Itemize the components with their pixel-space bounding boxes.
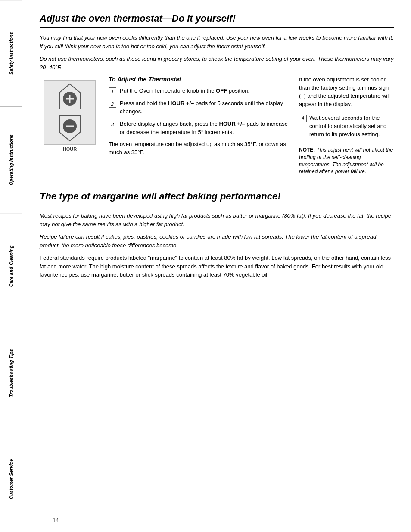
thermostat-right-col: If the oven adjustment is set cooler tha…: [299, 76, 394, 175]
note-label: NOTE:: [299, 147, 315, 153]
section1-intro2: Do not use thermometers, such as those f…: [40, 55, 394, 72]
thermostat-container: HOUR To Adjust the Thermostat 1 Put the …: [40, 76, 394, 175]
step4-number: 4: [299, 115, 307, 122]
knob-image: HOUR: [40, 76, 100, 175]
sidebar-item-care: Care and Cleaning: [0, 213, 22, 319]
section2-para3: Federal standards require products label…: [40, 254, 394, 279]
step3-text: Before display changes back, press the H…: [120, 120, 290, 137]
right-col-para: If the oven adjustment is set cooler tha…: [299, 76, 394, 108]
step2-number: 2: [109, 100, 116, 108]
step4-text: Wait several seconds for the control to …: [309, 114, 394, 139]
step2-text: Press and hold the HOUR +/– pads for 5 s…: [120, 100, 290, 116]
step1-number: 1: [109, 87, 116, 95]
page-number: 14: [53, 517, 59, 523]
section2-para1: Most recipes for baking have been develo…: [40, 212, 394, 228]
section1-intro1: You may find that your new oven cooks di…: [40, 34, 394, 50]
step2: 2 Press and hold the HOUR +/– pads for 5…: [109, 100, 290, 116]
section2: The type of margarine will affect baking…: [40, 191, 394, 279]
sidebar-item-safety: Safety Instructions: [0, 0, 22, 106]
right-col-text: If the oven adjustment is set cooler tha…: [299, 76, 394, 108]
step3: 3 Before display changes back, press the…: [109, 120, 290, 137]
section1-divider: [40, 27, 394, 28]
section2-title: The type of margarine will affect baking…: [40, 191, 394, 202]
note-text: NOTE: This adjustment will not affect th…: [299, 146, 394, 175]
step1-text: Put the Oven Temperature knob in the OFF…: [120, 87, 249, 95]
adjust-note: The oven temperature can be adjusted up …: [109, 140, 290, 157]
step3-number: 3: [109, 121, 116, 128]
section2-divider: [40, 205, 394, 205]
steps-title: To Adjust the Thermostat: [109, 76, 290, 83]
knob-diagram: [44, 80, 96, 145]
step4-row: 4 Wait several seconds for the control t…: [299, 114, 394, 139]
sidebar-item-customer: Customer Service: [0, 426, 22, 532]
thermostat-steps: To Adjust the Thermostat 1 Put the Oven …: [109, 76, 290, 175]
section1-title: Adjust the oven thermostat—Do it yoursel…: [40, 13, 394, 24]
section2-para2: Recipe failure can result if cakes, pies…: [40, 233, 394, 249]
step1: 1 Put the Oven Temperature knob in the O…: [109, 87, 290, 95]
sidebar-item-troubleshooting: Troubleshooting Tips: [0, 320, 22, 426]
hour-label: HOUR: [63, 146, 77, 152]
sidebar: Safety Instructions Operating Instructio…: [0, 0, 22, 532]
sidebar-item-operating: Operating Instructions: [0, 106, 22, 213]
main-content: Adjust the oven thermostat—Do it yoursel…: [22, 0, 411, 532]
section1: Adjust the oven thermostat—Do it yoursel…: [40, 13, 394, 175]
